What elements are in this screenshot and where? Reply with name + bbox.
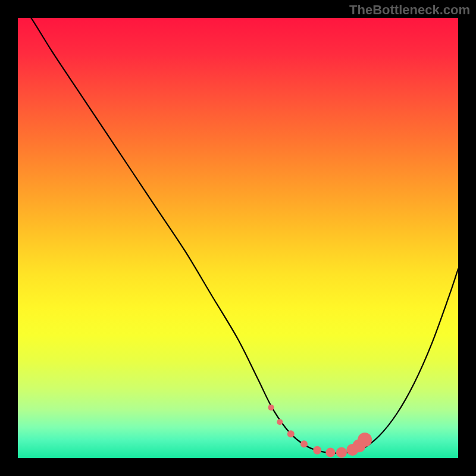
plot-area	[18, 18, 458, 458]
marker-dot	[268, 405, 274, 411]
marker-dot	[325, 447, 335, 457]
marker-dot	[277, 419, 283, 425]
marker-dot	[336, 447, 347, 458]
curve-markers	[268, 405, 372, 458]
marker-dot	[313, 446, 321, 455]
marker-dot	[287, 430, 295, 437]
chart-svg	[18, 18, 458, 458]
curve-path	[18, 18, 458, 453]
watermark-text: TheBottleneck.com	[349, 2, 470, 18]
marker-dot	[300, 440, 308, 447]
marker-dot	[358, 433, 372, 447]
